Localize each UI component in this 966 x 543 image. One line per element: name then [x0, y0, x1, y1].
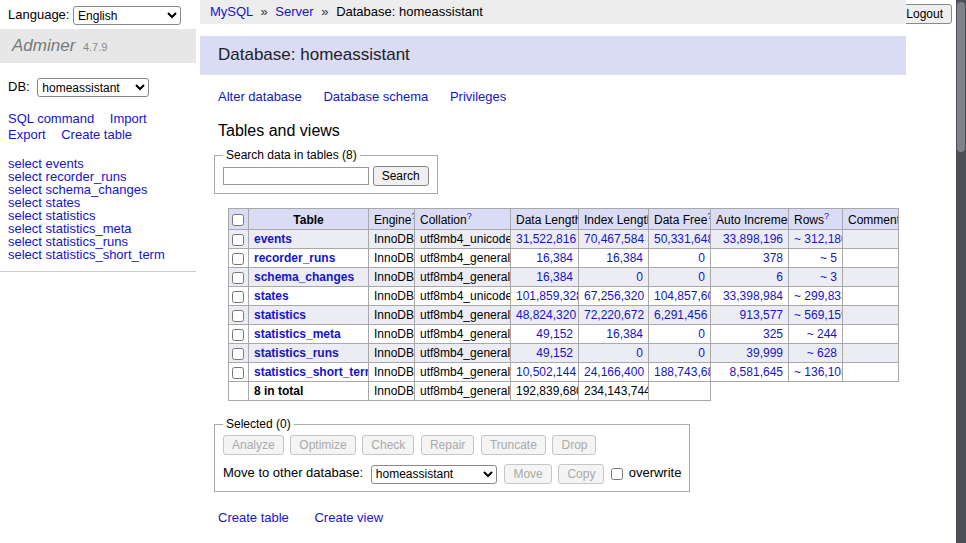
- data-length-link[interactable]: 101,859,328: [516, 289, 579, 303]
- index-length-link[interactable]: 16,384: [606, 327, 643, 341]
- column-header[interactable]: Collation?: [415, 209, 511, 230]
- create-table-link[interactable]: Create table: [218, 510, 289, 525]
- auto-increment-link[interactable]: 8,581,645: [730, 365, 783, 379]
- data-free-link[interactable]: 104,857,600: [654, 289, 711, 303]
- import-link[interactable]: Import: [110, 111, 147, 126]
- rows-link[interactable]: ~ 136,108: [794, 365, 843, 379]
- row-select-checkbox[interactable]: [232, 234, 244, 246]
- column-header[interactable]: Index Length?: [579, 209, 649, 230]
- data-free-link[interactable]: 188,743,680: [654, 365, 711, 379]
- scrollbar[interactable]: [956, 0, 966, 543]
- auto-increment-link[interactable]: 378: [763, 251, 783, 265]
- table-name-link[interactable]: statistics_short_term: [254, 365, 369, 379]
- row-select-checkbox[interactable]: [232, 310, 244, 322]
- index-length-link[interactable]: 16,384: [606, 251, 643, 265]
- row-select-checkbox[interactable]: [232, 367, 244, 379]
- index-length-link[interactable]: 0: [636, 270, 643, 284]
- select-table-link[interactable]: select statistics_short_term: [8, 247, 165, 262]
- data-free-link[interactable]: 0: [698, 346, 705, 360]
- auto-increment-link[interactable]: 325: [763, 327, 783, 341]
- create-table-link-sidebar[interactable]: Create table: [61, 127, 132, 142]
- overwrite-label[interactable]: overwrite: [629, 465, 682, 480]
- row-select-checkbox[interactable]: [232, 329, 244, 341]
- column-header[interactable]: Engine?: [369, 209, 415, 230]
- data-length-link[interactable]: 16,384: [536, 251, 573, 265]
- column-header[interactable]: Data Length?: [511, 209, 579, 230]
- auto-increment-link[interactable]: 39,999: [746, 346, 783, 360]
- breadcrumb-mysql-link[interactable]: MySQL: [210, 4, 253, 19]
- rows-link[interactable]: ~ 312,180: [794, 232, 843, 246]
- index-length-link[interactable]: 0: [636, 346, 643, 360]
- overwrite-checkbox[interactable]: [611, 468, 623, 480]
- sql-command-link[interactable]: SQL command: [8, 111, 94, 126]
- engine-cell: InnoDB: [369, 249, 415, 268]
- table-name-link[interactable]: statistics: [254, 308, 306, 322]
- select-all-checkbox[interactable]: [232, 214, 244, 226]
- bulk-action-button[interactable]: Analyze: [223, 435, 284, 455]
- index-length-link[interactable]: 67,256,320: [584, 289, 644, 303]
- table-name-link[interactable]: statistics_meta: [254, 327, 341, 341]
- bulk-action-button[interactable]: Drop: [552, 435, 596, 455]
- auto-increment-link[interactable]: 33,898,196: [723, 232, 783, 246]
- rows-link[interactable]: ~ 5: [820, 251, 837, 265]
- data-free-link[interactable]: 6,291,456: [654, 308, 707, 322]
- create-view-link[interactable]: Create view: [314, 510, 383, 525]
- data-length-link[interactable]: 16,384: [536, 270, 573, 284]
- row-select-checkbox[interactable]: [232, 348, 244, 360]
- export-link[interactable]: Export: [8, 127, 46, 142]
- column-header[interactable]: Table: [249, 209, 369, 230]
- scrollbar-thumb[interactable]: [957, 2, 965, 152]
- column-header-label: Index Length: [584, 213, 649, 227]
- row-select-checkbox[interactable]: [232, 291, 244, 303]
- data-length-link[interactable]: 48,824,320: [516, 308, 576, 322]
- data-length-link[interactable]: 49,152: [536, 346, 573, 360]
- search-button[interactable]: Search: [373, 166, 429, 186]
- total-data-free: [649, 382, 711, 401]
- breadcrumb-server-link[interactable]: Server: [275, 4, 313, 19]
- move-button[interactable]: Move: [504, 464, 551, 484]
- db-select[interactable]: homeassistant: [37, 78, 149, 97]
- data-free-link[interactable]: 0: [698, 327, 705, 341]
- table-name-link[interactable]: states: [254, 289, 289, 303]
- privileges-link[interactable]: Privileges: [450, 89, 506, 104]
- data-length-link[interactable]: 49,152: [536, 327, 573, 341]
- data-length-link[interactable]: 10,502,144: [516, 365, 576, 379]
- table-name-link[interactable]: recorder_runs: [254, 251, 335, 265]
- row-select-checkbox[interactable]: [232, 272, 244, 284]
- index-length-link[interactable]: 70,467,584: [584, 232, 644, 246]
- table-name-link[interactable]: schema_changes: [254, 270, 354, 284]
- column-help-icon[interactable]: ?: [467, 211, 472, 221]
- bulk-action-button[interactable]: Check: [362, 435, 414, 455]
- data-free-link[interactable]: 0: [698, 251, 705, 265]
- rows-link[interactable]: ~ 628: [807, 346, 837, 360]
- language-select[interactable]: English: [73, 6, 181, 25]
- copy-button[interactable]: Copy: [558, 464, 604, 484]
- auto-increment-link[interactable]: 6: [776, 270, 783, 284]
- auto-increment-link[interactable]: 33,398,984: [723, 289, 783, 303]
- rows-link[interactable]: ~ 299,833: [794, 289, 843, 303]
- table-name-link[interactable]: events: [254, 232, 292, 246]
- column-header[interactable]: Data Free?: [649, 209, 711, 230]
- table-name-link[interactable]: statistics_runs: [254, 346, 339, 360]
- row-select-checkbox[interactable]: [232, 253, 244, 265]
- column-header[interactable]: Rows?: [789, 209, 843, 230]
- search-input[interactable]: [223, 167, 369, 185]
- rows-link[interactable]: ~ 569,159: [794, 308, 843, 322]
- index-length-link[interactable]: 72,220,672: [584, 308, 644, 322]
- auto-increment-link[interactable]: 913,577: [740, 308, 783, 322]
- data-free-link[interactable]: 50,331,648: [654, 232, 711, 246]
- column-header[interactable]: Auto Increment?: [711, 209, 789, 230]
- alter-database-link[interactable]: Alter database: [218, 89, 302, 104]
- index-length-link[interactable]: 24,166,400: [584, 365, 644, 379]
- rows-link[interactable]: ~ 3: [820, 270, 837, 284]
- bulk-action-button[interactable]: Optimize: [290, 435, 355, 455]
- rows-link[interactable]: ~ 244: [807, 327, 837, 341]
- database-schema-link[interactable]: Database schema: [323, 89, 428, 104]
- column-help-icon[interactable]: ?: [824, 211, 829, 221]
- column-header[interactable]: Comment?: [843, 209, 899, 230]
- data-free-link[interactable]: 0: [698, 270, 705, 284]
- data-length-link[interactable]: 31,522,816: [516, 232, 576, 246]
- move-db-select[interactable]: homeassistant: [371, 465, 497, 484]
- bulk-action-button[interactable]: Repair: [421, 435, 474, 455]
- bulk-action-button[interactable]: Truncate: [481, 435, 546, 455]
